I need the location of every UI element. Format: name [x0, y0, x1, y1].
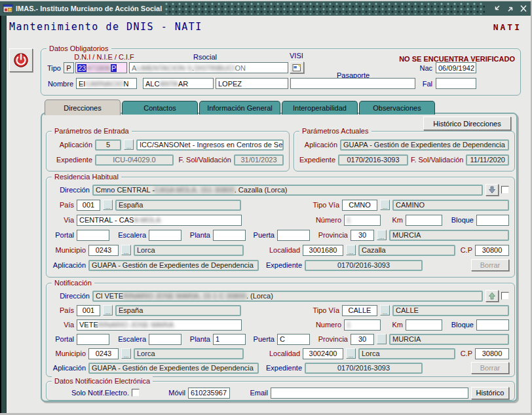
minimize-icon[interactable] — [493, 5, 502, 12]
not-provincia-codigo[interactable]: 30 — [351, 334, 374, 345]
not-pais-lov-button[interactable]: ... — [103, 305, 113, 316]
exit-button[interactable] — [9, 48, 33, 72]
res-km-field[interactable] — [406, 215, 442, 226]
res-planta-field[interactable] — [213, 230, 246, 241]
res-cp-field[interactable]: 30800 — [475, 245, 509, 256]
res-escalera-field[interactable] — [149, 230, 181, 241]
not-municipio-codigo[interactable]: 0243 — [88, 348, 119, 359]
solo-notif-checkbox[interactable] — [132, 389, 140, 397]
not-municipio-descripcion[interactable]: Lorca — [134, 348, 244, 359]
close-icon[interactable] — [519, 5, 528, 12]
entrada-aplicacion-codigo[interactable]: 5 — [95, 139, 121, 151]
res-tipovia-codigo[interactable]: CMNO — [342, 200, 377, 211]
actuales-fsol-field[interactable]: 11/11/2020 — [466, 154, 509, 166]
res-bloque-field[interactable] — [476, 215, 509, 226]
not-puerta-field[interactable]: C — [277, 334, 310, 345]
res-direccion-field[interactable]: Cmno CENTRAL - CASA MOLA, 151 30800 . Ca… — [92, 185, 483, 196]
not-borrar-button[interactable]: Borrar — [471, 362, 509, 374]
movil-field[interactable]: 610235967 — [188, 388, 230, 399]
res-pais-descripcion[interactable]: España — [115, 200, 241, 211]
res-localidad-descripcion[interactable]: Cazalla — [358, 245, 455, 256]
apellido1-field[interactable]: ALC ANTA AR — [143, 78, 214, 89]
res-numero-field[interactable]: 1 — [344, 215, 381, 226]
res-direccion-checkbox[interactable] — [501, 186, 509, 194]
not-via-redacted: RINARIO JOSE MARIA — [98, 321, 174, 329]
res-provincia-lov-button[interactable]: ... — [377, 230, 387, 240]
tab-interoperabilidad[interactable]: Interoperabilidad — [282, 101, 358, 115]
res-localidad-lov-button[interactable]: ... — [346, 245, 356, 255]
tab-observaciones[interactable]: Observaciones — [359, 101, 435, 115]
res-via-field[interactable]: CENTRAL - CAS A MOLA — [77, 215, 242, 226]
not-provincia-lov-button[interactable] — [377, 334, 387, 344]
nombre-label: Nombre — [43, 78, 73, 90]
tipo-field[interactable]: P — [64, 62, 74, 73]
visi-button[interactable] — [290, 62, 304, 73]
res-copy-down-button[interactable] — [485, 184, 499, 196]
res-municipio-descripcion[interactable]: Lorca — [134, 245, 244, 256]
res-municipio-codigo[interactable]: 0243 — [88, 245, 119, 256]
res-puerta-field[interactable] — [277, 230, 310, 241]
res-expediente-field[interactable]: 0170/2016-3093 — [305, 260, 423, 271]
res-tipovia-lov-button[interactable]: ... — [380, 200, 390, 210]
apellido2-field[interactable]: LOPEZ — [216, 78, 288, 89]
tab-contactos[interactable]: Contactos — [122, 101, 198, 115]
not-copy-up-button[interactable] — [485, 290, 499, 302]
not-direccion-checkbox[interactable] — [501, 292, 509, 300]
actuales-expediente-field[interactable]: 0170/2016-3093 — [338, 154, 408, 166]
arrow-down-icon — [488, 186, 496, 194]
res-bloque-label: Bloque — [445, 214, 474, 226]
pasaporte-field[interactable] — [290, 78, 415, 89]
actuales-aplicacion-field[interactable]: GUAPA - Gestión de Expedientes de Depend… — [340, 139, 509, 151]
not-tipovia-codigo[interactable]: CALLE — [342, 305, 377, 316]
tab-informacion-general[interactable]: Información General — [199, 101, 280, 115]
not-via-field[interactable]: VETE RINARIO JOSE MARIA — [77, 319, 242, 331]
not-portal-field[interactable] — [77, 334, 109, 345]
not-numero-field[interactable]: 1 — [344, 319, 381, 331]
entrada-fsol-field[interactable]: 31/01/2023 — [234, 154, 284, 166]
res-tipovia-label: Tipo Vía — [313, 199, 339, 211]
res-municipio-lov-button[interactable]: ... — [121, 245, 131, 255]
not-cp-field[interactable]: 30800 — [475, 348, 509, 359]
maximize-icon[interactable] — [506, 5, 515, 12]
res-borrar-button[interactable]: Borrar — [471, 259, 509, 271]
not-tipovia-lov-button[interactable]: ... — [380, 305, 390, 316]
not-direccion-field[interactable]: Cl VETE RINARIO JOSE MARIA, 15 1 C 30800… — [92, 291, 483, 302]
window-title: IMAS.- Instituto Murciano de Acción Soci… — [16, 5, 162, 12]
not-pais-codigo[interactable]: 001 — [77, 305, 100, 316]
res-direccion-redacted: CASA MOLA, 151 30800 — [155, 186, 235, 194]
not-via-label: Via — [52, 319, 74, 331]
not-pais-descripcion[interactable]: España — [115, 305, 241, 316]
not-localidad-codigo[interactable]: 3002400 — [303, 348, 343, 359]
res-provincia-codigo[interactable]: 30 — [351, 230, 374, 241]
rsocial-field[interactable]: A LIMENTACION S . DISTRIBUCI ON — [129, 62, 288, 73]
not-provincia-descripcion[interactable]: MURCIA — [389, 334, 509, 345]
res-tipovia-descripcion[interactable]: CAMINO — [392, 200, 509, 211]
not-municipio-lov-button[interactable]: ... — [121, 348, 131, 359]
fal-field[interactable] — [436, 78, 476, 89]
res-portal-field[interactable] — [77, 230, 109, 241]
res-localidad-codigo[interactable]: 3001680 — [303, 245, 343, 256]
dni-field[interactable]: 23 471806 P — [75, 62, 127, 73]
tab-direcciones[interactable]: Direcciones — [45, 99, 121, 115]
res-pais-codigo[interactable]: 001 — [77, 200, 100, 211]
res-provincia-descripcion[interactable]: MURCIA — [389, 230, 509, 241]
nombre-field[interactable]: EI CARNACIO N — [76, 78, 137, 89]
not-tipovia-descripcion[interactable]: CALLE — [392, 305, 509, 316]
not-bloque-field[interactable] — [476, 319, 509, 331]
historico-direcciones-button[interactable]: Histórico Direcciones — [423, 117, 511, 130]
entrada-aplicacion-lov-button[interactable]: ... — [124, 139, 134, 150]
res-aplicacion-field[interactable]: GUAPA - Gestión de Expedientes de Depend… — [88, 260, 259, 271]
entrada-aplicacion-descripcion[interactable]: ICC/SANSONet - Ingresos en Centros de Se… — [136, 139, 284, 151]
not-planta-field[interactable]: 1 — [213, 334, 246, 345]
res-pais-lov-button[interactable]: ... — [103, 200, 113, 210]
nac-field[interactable]: 06/09/1942 — [436, 62, 476, 73]
not-expediente-field[interactable]: 0170/2016-3093 — [305, 363, 423, 374]
not-km-field[interactable] — [406, 319, 442, 331]
email-field[interactable] — [271, 388, 468, 399]
not-escalera-field[interactable] — [149, 334, 181, 345]
not-localidad-lov-button[interactable]: ... — [346, 348, 356, 359]
historico-button[interactable]: Histórico — [471, 387, 509, 399]
entrada-expediente-field[interactable]: ICU-0\4029.0 — [95, 154, 174, 166]
not-aplicacion-field[interactable]: GUAPA - Gestión de Expedientes de Depend… — [88, 363, 259, 374]
not-localidad-descripcion[interactable]: Lorca — [358, 348, 455, 359]
